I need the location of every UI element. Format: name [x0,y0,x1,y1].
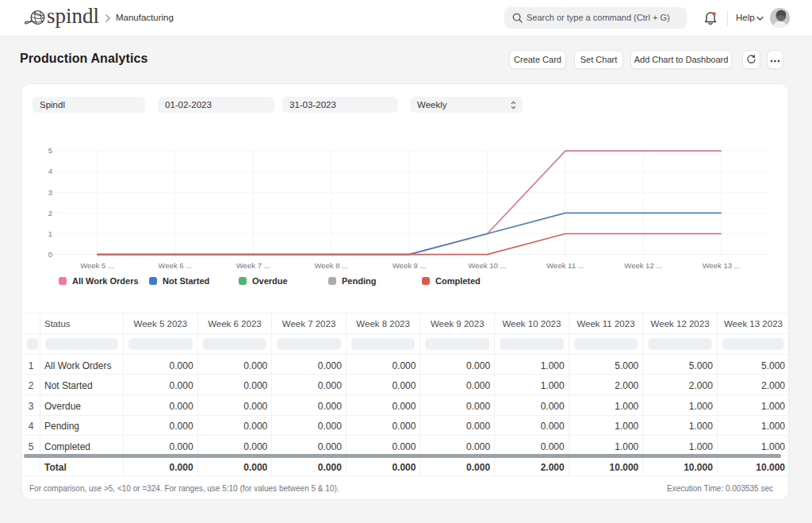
svg-text:Week 5 ...: Week 5 ... [80,261,114,270]
svg-text:5: 5 [48,146,52,155]
svg-text:Week 6 ...: Week 6 ... [159,261,193,270]
svg-text:2: 2 [48,209,52,217]
svg-text:Week 12 ...: Week 12 ... [624,261,662,270]
svg-text:3: 3 [48,188,52,197]
svg-text:Week 8 ...: Week 8 ... [314,261,348,270]
svg-text:1: 1 [48,229,52,238]
svg-text:Week 11 ...: Week 11 ... [546,261,584,270]
svg-text:Week 7 ...: Week 7 ... [236,261,270,270]
svg-text:0: 0 [48,250,52,259]
svg-text:Week 9 ...: Week 9 ... [393,261,427,270]
svg-text:4: 4 [48,167,52,175]
svg-text:Week 13 ...: Week 13 ... [703,261,741,270]
svg-text:Week 10 ...: Week 10 ... [469,261,507,270]
